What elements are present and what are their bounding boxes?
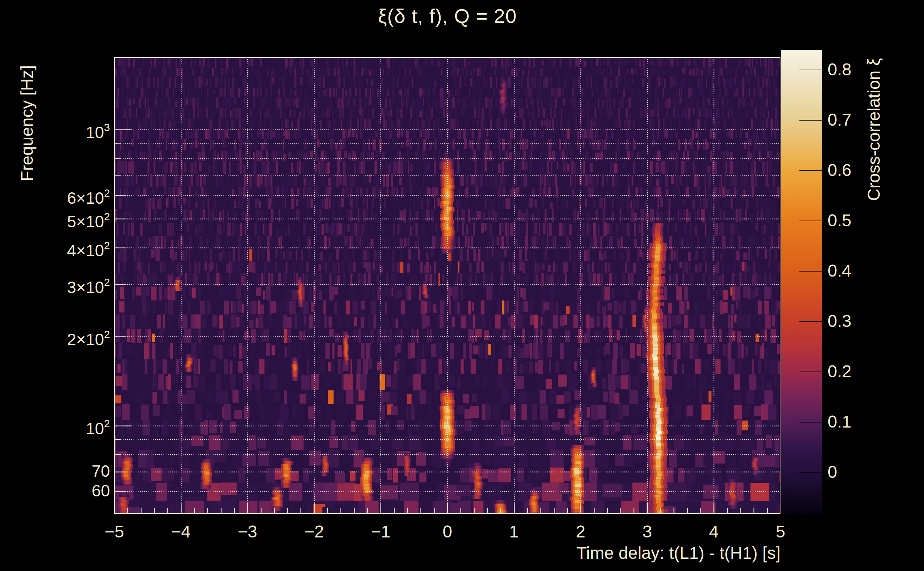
y-tick-label: 70: [92, 462, 110, 480]
y-tick-label: 4×102: [67, 238, 110, 256]
y-tick-label: 5×102: [67, 209, 110, 227]
colorbar-tick-label: 0.1: [828, 412, 851, 431]
x-tick-label: −1: [371, 522, 391, 542]
y-tick-label: 3×102: [67, 275, 110, 293]
heatmap-plot-area: [114, 57, 780, 514]
x-tick-label: 0: [443, 522, 452, 542]
y-tick-label: 102: [86, 416, 110, 434]
colorbar-tick-label: 0.3: [828, 312, 851, 330]
x-tick-label: −5: [105, 522, 124, 542]
y-axis-label: Frequency [Hz]: [17, 54, 41, 193]
colorbar-tick-label: 0.8: [828, 60, 851, 79]
x-tick-label: 3: [642, 522, 652, 542]
x-axis-label: Time delay: t(L1) - t(H1) [s]: [576, 543, 780, 563]
y-tick-label: 60: [92, 481, 110, 500]
x-tick-label: −3: [238, 522, 257, 542]
x-tick-label: 2: [576, 522, 586, 542]
y-tick-label: 103: [86, 120, 110, 138]
colorbar-gradient: [781, 50, 822, 514]
colorbar-tick-label: 0.6: [828, 161, 851, 179]
colorbar-tick-label: 0.5: [828, 211, 851, 230]
figure-root: { "title": "ξ(δ t, f), Q = 20", "colors"…: [0, 0, 924, 571]
x-tick-label: −4: [171, 522, 191, 542]
colorbar-tick-label: 0.7: [828, 111, 851, 129]
x-tick-label: 5: [776, 522, 785, 542]
colorbar-label: Cross-correlation ξ: [864, 46, 888, 213]
x-tick-label: −2: [304, 522, 324, 542]
colorbar-tick-label: 0.2: [828, 362, 851, 381]
x-tick-label: 1: [509, 522, 519, 542]
colorbar-tick-label: 0: [828, 463, 837, 481]
chart-title: ξ(δ t, f), Q = 20: [114, 4, 780, 28]
x-tick-label: 4: [709, 522, 719, 542]
colorbar-tick-label: 0.4: [828, 262, 851, 280]
y-tick-label: 6×102: [67, 185, 110, 204]
y-tick-label: 2×102: [67, 327, 110, 345]
